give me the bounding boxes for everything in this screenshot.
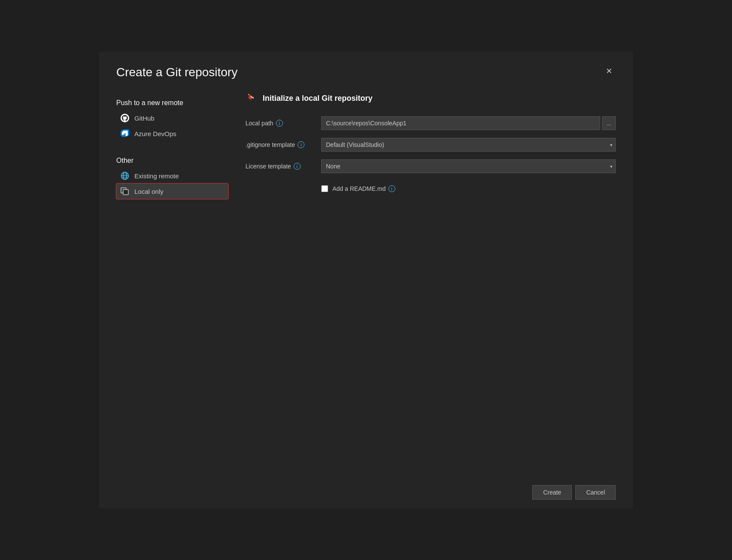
content-area: Initialize a local Git repository Local … [245, 92, 616, 459]
globe-icon [121, 171, 129, 180]
cancel-button[interactable]: Cancel [575, 485, 616, 500]
local-only-icon [121, 187, 129, 196]
readme-info-icon[interactable]: i [388, 185, 395, 192]
content-header: Initialize a local Git repository [245, 92, 616, 104]
dialog-body: Push to a new remote GitHub [99, 88, 633, 476]
other-section-title: Other [116, 157, 228, 165]
vs-git-icon [245, 92, 257, 104]
close-button[interactable]: ✕ [602, 65, 616, 77]
gitignore-row: .gitignore template i Default (VisualStu… [245, 138, 616, 152]
local-path-row: Local path i ... [245, 116, 616, 130]
push-section-title: Push to a new remote [116, 99, 228, 107]
gitignore-select-wrapper: Default (VisualStudio) None Python Node … [321, 138, 616, 152]
sidebar-item-existing-remote[interactable]: Existing remote [116, 168, 228, 184]
readme-label[interactable]: Add a README.md i [332, 185, 395, 192]
license-select-wrapper: None MIT Apache 2.0 GPL 3.0 ▾ [321, 159, 616, 173]
azure-devops-icon [121, 129, 129, 138]
sidebar: Push to a new remote GitHub [116, 92, 228, 459]
create-git-repository-dialog: Create a Git repository ✕ Push to a new … [99, 52, 633, 508]
license-info-icon[interactable]: i [294, 163, 301, 170]
gitignore-info-icon[interactable]: i [298, 141, 304, 148]
azure-devops-label: Azure DevOps [134, 130, 177, 137]
local-path-info-icon[interactable]: i [276, 120, 283, 127]
create-button[interactable]: Create [532, 485, 572, 500]
dialog-title: Create a Git repository [116, 65, 238, 79]
content-title: Initialize a local Git repository [263, 94, 372, 103]
browse-button[interactable]: ... [602, 116, 616, 130]
gitignore-select[interactable]: Default (VisualStudio) None Python Node [321, 138, 616, 152]
local-path-control: ... [321, 116, 616, 130]
github-label: GitHub [134, 115, 155, 122]
sidebar-item-local-only[interactable]: Local only [116, 184, 228, 199]
svg-rect-6 [123, 190, 128, 195]
readme-row: Add a README.md i [321, 185, 616, 192]
github-icon [121, 114, 129, 122]
local-path-input[interactable] [321, 116, 600, 130]
gitignore-label: .gitignore template i [245, 141, 314, 148]
dialog-header: Create a Git repository ✕ [99, 52, 633, 88]
license-row: License template i None MIT Apache 2.0 G… [245, 159, 616, 173]
local-only-label: Local only [134, 188, 164, 195]
local-path-label: Local path i [245, 120, 314, 127]
sidebar-item-github[interactable]: GitHub [116, 110, 228, 126]
readme-checkbox[interactable] [321, 185, 328, 192]
license-label: License template i [245, 163, 314, 170]
existing-remote-label: Existing remote [134, 172, 179, 180]
license-select[interactable]: None MIT Apache 2.0 GPL 3.0 [321, 159, 616, 173]
sidebar-item-azure-devops[interactable]: Azure DevOps [116, 126, 228, 141]
dialog-footer: Create Cancel [99, 476, 633, 508]
